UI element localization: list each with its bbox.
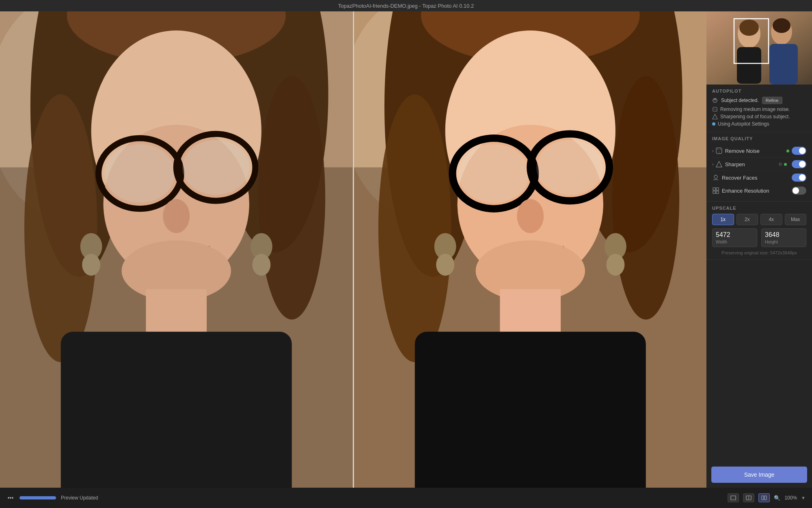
remove-noise-toggle[interactable] [792,147,806,155]
upscale-title: UPSCALE [712,206,806,211]
sharpen-status [784,163,787,166]
upscale-2x-button[interactable]: 2x [736,214,758,225]
svg-point-41 [517,199,544,233]
noise-removal-text: Removing medium image noise. [720,106,790,112]
remove-noise-label: Remove Noise [725,148,786,154]
width-value: 5472 [716,231,754,239]
upscale-section: UPSCALE 1x 2x 4x Max 5472 Width 3648 Hei… [706,202,812,260]
autopilot-title: AUTOPILOT [712,89,806,93]
svg-point-15 [182,140,249,195]
autopilot-sharpen-item: Sharpening out of focus subject. [712,113,806,120]
svg-rect-71 [716,188,719,190]
sharpen-text: Sharpening out of focus subject. [720,114,790,119]
progress-bar [19,496,56,499]
svg-marker-63 [713,114,717,119]
svg-point-67 [719,152,719,152]
sharpen-toggle[interactable] [792,160,806,168]
sharpen-icon [715,161,723,168]
upscale-max-button[interactable]: Max [785,214,807,225]
svg-point-69 [714,175,717,178]
recover-faces-label: Recover Faces [722,175,792,181]
dimensions-row: 5472 Width 3648 Height [712,228,806,247]
sharpen-knob [799,161,806,167]
main-content: AUTOPILOT Subject detected. Refine [0,11,812,488]
height-label: Height [765,239,803,244]
svg-rect-73 [716,191,719,193]
sharpen-label: Sharpen [725,161,778,167]
height-value: 3648 [765,231,803,239]
recover-faces-toggle[interactable] [792,174,806,182]
svg-point-22 [82,254,100,276]
sharpen-extra-icons: ⚙ [778,162,789,167]
photo-original [0,11,353,488]
svg-point-53 [739,20,759,36]
subject-icon [712,98,718,103]
photo-comparison-area [0,11,706,488]
svg-point-49 [606,254,624,276]
right-sidebar: AUTOPILOT Subject detected. Refine [706,11,812,488]
svg-point-16 [163,199,190,233]
autopilot-section: AUTOPILOT Subject detected. Refine [706,85,812,132]
preview-status-text: Preview Updated [61,495,98,501]
noise-removal-icon [712,106,718,112]
svg-rect-19 [146,289,207,338]
sharpen-row: › Sharpen ⚙ [712,158,806,171]
svg-rect-45 [415,332,646,488]
svg-point-60 [714,99,716,100]
refine-button[interactable]: Refine [762,97,782,104]
svg-point-38 [458,144,529,203]
upscale-4x-button[interactable]: 4x [760,214,782,225]
sharpen-gear-icon: ⚙ [778,162,782,167]
bottom-toolbar: ••• Preview Updated 🔍 100% ▼ [0,488,812,508]
image-quality-section: IMAGE QUALITY › Remove Noise [706,132,812,202]
enhance-resolution-label: Enhance Resolution [722,188,792,194]
remove-noise-chevron[interactable]: › [712,148,714,153]
sharpen-chevron[interactable]: › [712,162,714,167]
photo-enhanced [354,11,707,488]
svg-point-13 [105,144,175,203]
thumbnail-area [706,11,812,85]
svg-point-8 [24,94,97,362]
svg-marker-68 [716,161,722,167]
enhance-resolution-toggle[interactable] [792,187,806,195]
svg-rect-64 [716,148,722,154]
enhance-resolution-knob [793,187,799,194]
svg-point-56 [773,18,790,33]
save-button-container: Save Image [706,458,812,488]
autopilot-sharpen-icon [712,114,718,119]
recover-faces-row: Recover Faces [712,171,806,184]
title-bar: TopazPhotoAI-friends-DEMO.jpeg - Topaz P… [0,0,812,11]
svg-point-40 [536,140,603,195]
svg-rect-72 [713,191,715,193]
svg-rect-54 [737,47,761,84]
autopilot-noise-item: Removing medium image noise. [712,106,806,113]
enhance-resolution-icon [712,187,719,194]
svg-point-34 [612,76,679,319]
menu-dots-button[interactable]: ••• [6,494,15,502]
svg-point-9 [258,76,325,319]
svg-rect-20 [61,332,292,488]
view-split-button[interactable] [743,493,754,502]
svg-rect-70 [713,188,715,190]
save-image-button[interactable]: Save Image [711,467,807,483]
autopilot-settings-item: Using Autopilot Settings [712,120,806,128]
view-single-button[interactable] [728,493,739,502]
svg-rect-74 [731,496,736,500]
svg-point-66 [720,149,721,150]
enhance-resolution-row: Enhance Resolution [712,184,806,197]
zoom-icon: 🔍 [774,495,780,501]
view-controls: 🔍 100% ▼ [728,493,806,502]
image-quality-title: IMAGE QUALITY [712,136,806,141]
svg-rect-78 [764,496,767,500]
svg-line-62 [714,109,716,110]
autopilot-subject-row: Subject detected. Refine [712,97,806,104]
zoom-dropdown-icon[interactable]: ▼ [801,495,806,500]
upscale-1x-button[interactable]: 1x [712,214,734,225]
svg-point-47 [436,254,454,276]
view-side-by-side-button[interactable] [758,493,770,502]
recover-faces-icon [712,174,719,181]
remove-noise-row: › Remove Noise [712,144,806,158]
width-box: 5472 Width [712,228,757,247]
upscale-buttons-group: 1x 2x 4x Max [712,214,806,225]
remove-noise-status [786,150,789,152]
